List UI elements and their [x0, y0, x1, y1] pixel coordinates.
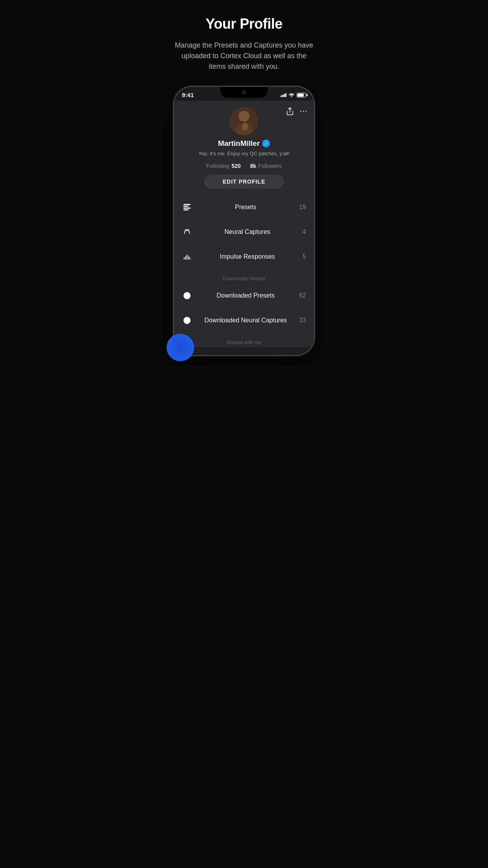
phone-notch — [220, 87, 268, 98]
presets-icon — [182, 202, 192, 212]
wifi-icon — [288, 92, 295, 98]
neural-icon — [182, 227, 192, 237]
more-button[interactable] — [299, 107, 308, 118]
svg-point-5 — [238, 111, 250, 122]
status-icons — [281, 92, 306, 98]
downloads-history-header: Downloads History — [174, 269, 314, 283]
svg-rect-10 — [183, 206, 189, 207]
signal-bars-icon — [281, 93, 286, 97]
share-button[interactable] — [286, 107, 294, 118]
profile-header: MartinMiller ✓ Yep, it's me. Enjoy my QC… — [174, 101, 314, 195]
downloaded-neural-count: 33 — [299, 317, 306, 324]
svg-point-3 — [305, 111, 306, 112]
page-wrapper: Your Profile Manage the Presets and Capt… — [163, 0, 325, 365]
decorative-blob — [167, 334, 194, 361]
side-btn-power — [314, 154, 315, 185]
ir-icon — [182, 252, 192, 262]
svg-rect-13 — [184, 257, 185, 260]
svg-rect-17 — [189, 257, 190, 259]
svg-rect-14 — [185, 256, 186, 259]
downloaded-presets-count: 62 — [299, 292, 306, 299]
download-presets-icon — [182, 291, 192, 301]
phone-screen: MartinMiller ✓ Yep, it's me. Enjoy my QC… — [174, 101, 314, 355]
battery-fill — [297, 94, 304, 97]
signal-bar-4 — [285, 93, 286, 97]
presets-label: Presets — [198, 204, 294, 211]
battery-icon — [297, 93, 306, 97]
phone-mockup: 9:41 — [173, 86, 315, 356]
status-time: 9:41 — [182, 92, 194, 98]
neural-count: 4 — [303, 228, 306, 235]
downloads-history-label: Downloads History — [223, 276, 265, 281]
shared-section-header: Shared with me — [174, 333, 314, 347]
status-bar: 9:41 — [174, 87, 314, 101]
downloaded-presets-label: Downloaded Presets — [198, 292, 294, 299]
presets-count: 19 — [299, 204, 306, 211]
signal-bar-2 — [282, 95, 283, 97]
page-title: Your Profile — [172, 16, 316, 32]
menu-section: Presets 19 Neural Captures 4 — [174, 195, 314, 347]
svg-rect-15 — [187, 255, 187, 260]
menu-item-neural[interactable]: Neural Captures 4 — [174, 220, 314, 245]
followers-stat: 8k Followers — [250, 163, 282, 169]
avatar-image — [230, 107, 258, 135]
downloaded-neural-label: Downloaded Neural Captures — [198, 317, 294, 324]
svg-rect-12 — [183, 210, 189, 211]
shared-label: Shared with me — [226, 339, 262, 345]
ir-count: 5 — [303, 253, 306, 260]
notch-camera — [242, 90, 246, 94]
followers-count: 8k — [250, 163, 257, 169]
neural-label: Neural Captures — [198, 228, 297, 235]
followers-label: Followers — [258, 163, 282, 169]
download-neural-icon — [182, 315, 192, 326]
following-label: Following — [206, 163, 229, 169]
edit-profile-button[interactable]: EDIT PROFILE — [204, 175, 284, 189]
following-stat: Following 520 — [206, 163, 241, 169]
svg-rect-9 — [183, 204, 191, 205]
profile-bio: Yep, it's me. Enjoy my QC patches, y'all… — [198, 150, 290, 157]
signal-bar-3 — [284, 94, 285, 97]
page-subtitle: Manage the Presets and Captures you have… — [172, 40, 316, 72]
ir-label: Impulse Responses — [198, 253, 297, 260]
avatar — [230, 107, 258, 135]
svg-point-2 — [303, 111, 304, 112]
svg-rect-11 — [183, 208, 191, 209]
menu-item-ir[interactable]: Impulse Responses 5 — [174, 245, 314, 269]
signal-bar-1 — [281, 96, 282, 97]
profile-name-row: MartinMiller ✓ — [218, 139, 270, 148]
svg-rect-16 — [188, 256, 189, 259]
following-count: 520 — [231, 163, 240, 169]
phone-bottom — [174, 347, 314, 355]
follow-stats: Following 520 8k Followers — [206, 163, 282, 169]
menu-item-presets[interactable]: Presets 19 — [174, 195, 314, 220]
verified-badge: ✓ — [262, 140, 270, 147]
svg-point-8 — [242, 123, 248, 131]
profile-username: MartinMiller — [218, 139, 260, 148]
menu-item-downloaded-neural[interactable]: Downloaded Neural Captures 33 — [174, 308, 314, 333]
header-actions — [286, 107, 308, 118]
svg-point-1 — [300, 111, 301, 112]
menu-item-downloaded-presets[interactable]: Downloaded Presets 62 — [174, 283, 314, 308]
